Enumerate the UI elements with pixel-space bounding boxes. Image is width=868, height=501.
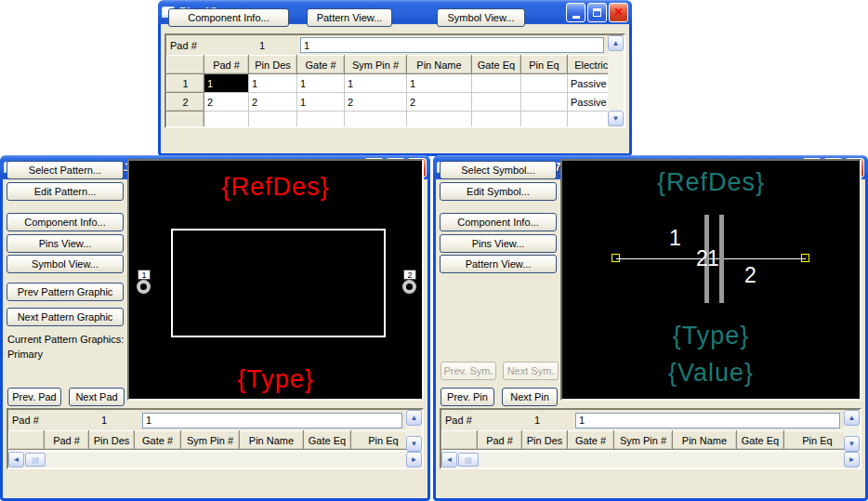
column-header[interactable]: Pin Des <box>249 56 297 74</box>
table-cell[interactable] <box>521 93 568 112</box>
table-cell[interactable]: 2 <box>345 93 407 112</box>
pin-endpoint-1[interactable] <box>612 254 620 262</box>
scroll-up-icon[interactable]: ▲ <box>844 410 860 426</box>
next-symbol-button: Next Sym. <box>503 362 559 380</box>
table-cell[interactable] <box>568 112 609 127</box>
row-header[interactable]: 2 <box>167 93 204 112</box>
horizontal-scrollbar[interactable]: ◄ |||| ► <box>8 452 422 468</box>
column-header[interactable]: Sym Pin # <box>345 56 407 74</box>
prev-pad-button[interactable]: Prev. Pad <box>7 388 61 406</box>
table-cell[interactable]: Passive <box>568 93 609 112</box>
column-header[interactable]: Gate Eq <box>304 431 351 450</box>
table-cell[interactable]: 2 <box>204 93 249 112</box>
column-header[interactable]: Electrical <box>568 56 609 74</box>
pin-endpoint-2[interactable] <box>801 254 809 262</box>
scrollbar-thumb[interactable]: |||| <box>458 453 479 467</box>
table-cell[interactable] <box>297 112 345 127</box>
pins-view-button[interactable]: Pins View... <box>440 234 557 253</box>
symbol-view-button[interactable]: Symbol View... <box>437 8 525 27</box>
scroll-down-icon[interactable]: ▼ <box>608 111 624 126</box>
pattern-view-button[interactable]: Pattern View... <box>307 8 392 27</box>
column-header[interactable]: Pin Name <box>407 56 472 74</box>
next-pin-button[interactable]: Next Pin <box>502 388 558 406</box>
next-pattern-graphic-button[interactable]: Next Pattern Graphic <box>7 308 124 326</box>
table-cell[interactable] <box>472 74 521 93</box>
table-cell[interactable]: 1 <box>249 74 297 93</box>
column-header[interactable]: Pin Eq <box>521 56 568 74</box>
column-header[interactable]: Gate Eq <box>737 431 784 450</box>
next-pad-button[interactable]: Next Pad <box>69 388 125 406</box>
edit-symbol-button[interactable]: Edit Symbol... <box>440 182 557 201</box>
prev-pattern-graphic-button[interactable]: Prev Pattern Graphic <box>7 283 124 301</box>
column-header[interactable] <box>9 431 45 450</box>
edit-pattern-button[interactable]: Edit Pattern... <box>7 182 124 201</box>
column-header[interactable]: Pin Des <box>522 431 568 450</box>
close-button[interactable]: ✕ <box>609 3 628 22</box>
component-info-button[interactable]: Component Info... <box>7 213 124 231</box>
column-header[interactable]: Gate # <box>297 56 345 74</box>
component-info-button[interactable]: Component Info... <box>168 8 289 27</box>
scroll-up-icon[interactable]: ▲ <box>406 410 422 426</box>
column-header[interactable]: Pad # <box>204 56 249 74</box>
table-cell[interactable]: 1 <box>345 74 407 93</box>
vertical-scrollbar[interactable]: ▲ ▼ <box>406 410 422 452</box>
component-info-button[interactable]: Component Info... <box>440 213 557 231</box>
column-header[interactable]: Pin Eq <box>784 431 845 450</box>
column-header[interactable]: Gate # <box>568 431 614 450</box>
row-header[interactable] <box>167 112 204 127</box>
table-cell[interactable] <box>472 112 521 127</box>
table-cell[interactable] <box>345 112 407 127</box>
table-cell[interactable] <box>521 74 568 93</box>
scroll-up-icon[interactable]: ▲ <box>608 35 624 51</box>
column-header[interactable]: Gate # <box>135 431 181 450</box>
pins-view-button[interactable]: Pins View... <box>7 234 124 253</box>
symbol-view-button[interactable]: Symbol View... <box>7 255 124 273</box>
column-header[interactable]: Pin Name <box>240 431 304 450</box>
select-pattern-button[interactable]: Select Pattern... <box>7 161 124 179</box>
pad-1[interactable]: 1 <box>136 270 153 295</box>
pad-number-input[interactable] <box>142 413 402 428</box>
pad-number-input[interactable] <box>300 37 604 53</box>
table-cell[interactable]: 2 <box>407 93 472 112</box>
column-header[interactable]: Pad # <box>478 431 522 450</box>
prev-pin-button[interactable]: Prev. Pin <box>441 388 494 406</box>
scroll-left-icon[interactable]: ◄ <box>8 452 24 468</box>
table-cell[interactable]: Passive <box>568 74 609 93</box>
table-cell[interactable]: 1 <box>407 74 472 93</box>
column-header[interactable]: Pad # <box>45 431 89 450</box>
table-cell[interactable] <box>204 112 249 127</box>
scroll-right-icon[interactable]: ► <box>844 452 860 468</box>
minimize-button[interactable] <box>566 3 585 22</box>
horizontal-scrollbar[interactable]: ◄ |||| ► <box>441 452 860 468</box>
table-cell-selected[interactable]: 1 <box>204 74 249 93</box>
pattern-view-button[interactable]: Pattern View... <box>440 255 557 273</box>
pad-field-row: Pad # 1 <box>441 410 844 430</box>
pad-number-input[interactable] <box>575 413 840 428</box>
scroll-left-icon[interactable]: ◄ <box>441 452 457 468</box>
column-header[interactable] <box>167 56 204 74</box>
table-cell[interactable]: 1 <box>297 74 345 93</box>
row-header[interactable]: 1 <box>167 74 204 93</box>
table-cell[interactable] <box>249 112 297 127</box>
vertical-scrollbar[interactable]: ▲ ▼ <box>844 410 860 452</box>
column-header[interactable]: Pin Eq <box>351 431 407 450</box>
scroll-down-icon[interactable]: ▼ <box>844 436 860 452</box>
table-cell[interactable] <box>521 112 568 127</box>
column-header[interactable]: Gate Eq <box>472 56 521 74</box>
table-cell[interactable]: 1 <box>297 93 345 112</box>
table-cell[interactable]: 2 <box>249 93 297 112</box>
scroll-down-icon[interactable]: ▼ <box>406 436 422 452</box>
column-header[interactable]: Pin Name <box>673 431 737 450</box>
pad-2[interactable]: 2 <box>401 270 419 295</box>
column-header[interactable] <box>442 431 478 450</box>
table-cell[interactable] <box>472 93 521 112</box>
vertical-scrollbar[interactable]: ▲ ▼ <box>608 35 624 126</box>
column-header[interactable]: Sym Pin # <box>181 431 240 450</box>
select-symbol-button[interactable]: Select Symbol... <box>440 161 557 179</box>
table-cell[interactable] <box>407 112 472 127</box>
scrollbar-thumb[interactable]: |||| <box>25 453 46 467</box>
column-header[interactable]: Pin Des <box>89 431 135 450</box>
scroll-right-icon[interactable]: ► <box>406 452 422 468</box>
maximize-button[interactable] <box>587 3 607 22</box>
column-header[interactable]: Sym Pin # <box>614 431 673 450</box>
